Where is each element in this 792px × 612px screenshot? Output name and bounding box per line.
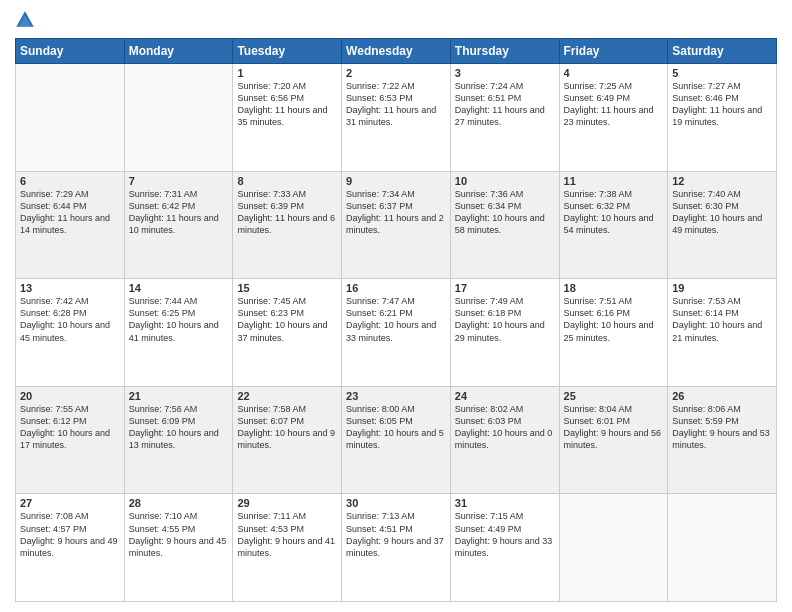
- day-number: 13: [20, 282, 120, 294]
- day-number: 28: [129, 497, 229, 509]
- calendar-cell: 11Sunrise: 7:38 AM Sunset: 6:32 PM Dayli…: [559, 171, 668, 279]
- calendar-cell: [16, 64, 125, 172]
- day-number: 15: [237, 282, 337, 294]
- calendar-cell: 10Sunrise: 7:36 AM Sunset: 6:34 PM Dayli…: [450, 171, 559, 279]
- weekday-header-wednesday: Wednesday: [342, 39, 451, 64]
- calendar-cell: 30Sunrise: 7:13 AM Sunset: 4:51 PM Dayli…: [342, 494, 451, 602]
- day-number: 5: [672, 67, 772, 79]
- calendar-cell: 1Sunrise: 7:20 AM Sunset: 6:56 PM Daylig…: [233, 64, 342, 172]
- page: SundayMondayTuesdayWednesdayThursdayFrid…: [0, 0, 792, 612]
- day-info: Sunrise: 8:04 AM Sunset: 6:01 PM Dayligh…: [564, 403, 664, 452]
- calendar-table: SundayMondayTuesdayWednesdayThursdayFrid…: [15, 38, 777, 602]
- calendar-cell: 17Sunrise: 7:49 AM Sunset: 6:18 PM Dayli…: [450, 279, 559, 387]
- calendar-cell: 8Sunrise: 7:33 AM Sunset: 6:39 PM Daylig…: [233, 171, 342, 279]
- weekday-header-sunday: Sunday: [16, 39, 125, 64]
- calendar-cell: 15Sunrise: 7:45 AM Sunset: 6:23 PM Dayli…: [233, 279, 342, 387]
- day-info: Sunrise: 7:25 AM Sunset: 6:49 PM Dayligh…: [564, 80, 664, 129]
- calendar-cell: 25Sunrise: 8:04 AM Sunset: 6:01 PM Dayli…: [559, 386, 668, 494]
- calendar-cell: [124, 64, 233, 172]
- day-info: Sunrise: 7:33 AM Sunset: 6:39 PM Dayligh…: [237, 188, 337, 237]
- calendar-cell: 29Sunrise: 7:11 AM Sunset: 4:53 PM Dayli…: [233, 494, 342, 602]
- day-info: Sunrise: 7:10 AM Sunset: 4:55 PM Dayligh…: [129, 510, 229, 559]
- logo: [15, 10, 39, 30]
- day-info: Sunrise: 7:45 AM Sunset: 6:23 PM Dayligh…: [237, 295, 337, 344]
- day-info: Sunrise: 7:38 AM Sunset: 6:32 PM Dayligh…: [564, 188, 664, 237]
- calendar-cell: 7Sunrise: 7:31 AM Sunset: 6:42 PM Daylig…: [124, 171, 233, 279]
- day-info: Sunrise: 7:34 AM Sunset: 6:37 PM Dayligh…: [346, 188, 446, 237]
- calendar-row-2: 13Sunrise: 7:42 AM Sunset: 6:28 PM Dayli…: [16, 279, 777, 387]
- day-info: Sunrise: 8:02 AM Sunset: 6:03 PM Dayligh…: [455, 403, 555, 452]
- calendar-cell: 6Sunrise: 7:29 AM Sunset: 6:44 PM Daylig…: [16, 171, 125, 279]
- calendar-cell: 24Sunrise: 8:02 AM Sunset: 6:03 PM Dayli…: [450, 386, 559, 494]
- day-info: Sunrise: 7:40 AM Sunset: 6:30 PM Dayligh…: [672, 188, 772, 237]
- day-number: 9: [346, 175, 446, 187]
- calendar-cell: [668, 494, 777, 602]
- day-info: Sunrise: 7:53 AM Sunset: 6:14 PM Dayligh…: [672, 295, 772, 344]
- calendar-cell: 21Sunrise: 7:56 AM Sunset: 6:09 PM Dayli…: [124, 386, 233, 494]
- day-info: Sunrise: 7:08 AM Sunset: 4:57 PM Dayligh…: [20, 510, 120, 559]
- calendar-row-3: 20Sunrise: 7:55 AM Sunset: 6:12 PM Dayli…: [16, 386, 777, 494]
- day-info: Sunrise: 7:56 AM Sunset: 6:09 PM Dayligh…: [129, 403, 229, 452]
- calendar-cell: 16Sunrise: 7:47 AM Sunset: 6:21 PM Dayli…: [342, 279, 451, 387]
- calendar-cell: 27Sunrise: 7:08 AM Sunset: 4:57 PM Dayli…: [16, 494, 125, 602]
- day-number: 31: [455, 497, 555, 509]
- day-number: 25: [564, 390, 664, 402]
- calendar-row-4: 27Sunrise: 7:08 AM Sunset: 4:57 PM Dayli…: [16, 494, 777, 602]
- day-info: Sunrise: 7:29 AM Sunset: 6:44 PM Dayligh…: [20, 188, 120, 237]
- weekday-header-saturday: Saturday: [668, 39, 777, 64]
- calendar-cell: 14Sunrise: 7:44 AM Sunset: 6:25 PM Dayli…: [124, 279, 233, 387]
- day-number: 22: [237, 390, 337, 402]
- day-number: 19: [672, 282, 772, 294]
- day-info: Sunrise: 7:49 AM Sunset: 6:18 PM Dayligh…: [455, 295, 555, 344]
- day-info: Sunrise: 8:00 AM Sunset: 6:05 PM Dayligh…: [346, 403, 446, 452]
- day-number: 14: [129, 282, 229, 294]
- day-number: 8: [237, 175, 337, 187]
- day-number: 21: [129, 390, 229, 402]
- day-info: Sunrise: 7:27 AM Sunset: 6:46 PM Dayligh…: [672, 80, 772, 129]
- day-info: Sunrise: 7:42 AM Sunset: 6:28 PM Dayligh…: [20, 295, 120, 344]
- day-info: Sunrise: 7:58 AM Sunset: 6:07 PM Dayligh…: [237, 403, 337, 452]
- day-info: Sunrise: 7:20 AM Sunset: 6:56 PM Dayligh…: [237, 80, 337, 129]
- weekday-header-thursday: Thursday: [450, 39, 559, 64]
- calendar-cell: 3Sunrise: 7:24 AM Sunset: 6:51 PM Daylig…: [450, 64, 559, 172]
- day-number: 3: [455, 67, 555, 79]
- weekday-header-row: SundayMondayTuesdayWednesdayThursdayFrid…: [16, 39, 777, 64]
- calendar-cell: 22Sunrise: 7:58 AM Sunset: 6:07 PM Dayli…: [233, 386, 342, 494]
- day-number: 6: [20, 175, 120, 187]
- weekday-header-monday: Monday: [124, 39, 233, 64]
- day-number: 23: [346, 390, 446, 402]
- day-number: 4: [564, 67, 664, 79]
- day-info: Sunrise: 8:06 AM Sunset: 5:59 PM Dayligh…: [672, 403, 772, 452]
- calendar-cell: 13Sunrise: 7:42 AM Sunset: 6:28 PM Dayli…: [16, 279, 125, 387]
- day-number: 12: [672, 175, 772, 187]
- day-info: Sunrise: 7:11 AM Sunset: 4:53 PM Dayligh…: [237, 510, 337, 559]
- day-number: 1: [237, 67, 337, 79]
- calendar-cell: 31Sunrise: 7:15 AM Sunset: 4:49 PM Dayli…: [450, 494, 559, 602]
- day-number: 30: [346, 497, 446, 509]
- calendar-cell: 26Sunrise: 8:06 AM Sunset: 5:59 PM Dayli…: [668, 386, 777, 494]
- day-info: Sunrise: 7:36 AM Sunset: 6:34 PM Dayligh…: [455, 188, 555, 237]
- day-info: Sunrise: 7:15 AM Sunset: 4:49 PM Dayligh…: [455, 510, 555, 559]
- weekday-header-friday: Friday: [559, 39, 668, 64]
- day-info: Sunrise: 7:22 AM Sunset: 6:53 PM Dayligh…: [346, 80, 446, 129]
- calendar-cell: 5Sunrise: 7:27 AM Sunset: 6:46 PM Daylig…: [668, 64, 777, 172]
- day-number: 17: [455, 282, 555, 294]
- calendar-cell: 12Sunrise: 7:40 AM Sunset: 6:30 PM Dayli…: [668, 171, 777, 279]
- calendar-cell: 4Sunrise: 7:25 AM Sunset: 6:49 PM Daylig…: [559, 64, 668, 172]
- day-info: Sunrise: 7:55 AM Sunset: 6:12 PM Dayligh…: [20, 403, 120, 452]
- calendar-cell: 18Sunrise: 7:51 AM Sunset: 6:16 PM Dayli…: [559, 279, 668, 387]
- day-number: 18: [564, 282, 664, 294]
- calendar-cell: 2Sunrise: 7:22 AM Sunset: 6:53 PM Daylig…: [342, 64, 451, 172]
- day-number: 16: [346, 282, 446, 294]
- calendar-cell: 20Sunrise: 7:55 AM Sunset: 6:12 PM Dayli…: [16, 386, 125, 494]
- weekday-header-tuesday: Tuesday: [233, 39, 342, 64]
- calendar-row-1: 6Sunrise: 7:29 AM Sunset: 6:44 PM Daylig…: [16, 171, 777, 279]
- day-number: 2: [346, 67, 446, 79]
- header: [15, 10, 777, 30]
- calendar-row-0: 1Sunrise: 7:20 AM Sunset: 6:56 PM Daylig…: [16, 64, 777, 172]
- day-number: 29: [237, 497, 337, 509]
- calendar-cell: 23Sunrise: 8:00 AM Sunset: 6:05 PM Dayli…: [342, 386, 451, 494]
- logo-icon: [15, 10, 35, 30]
- day-info: Sunrise: 7:47 AM Sunset: 6:21 PM Dayligh…: [346, 295, 446, 344]
- day-number: 27: [20, 497, 120, 509]
